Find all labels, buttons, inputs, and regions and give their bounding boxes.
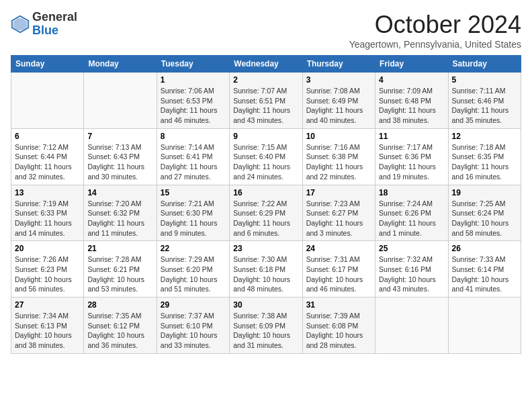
day-info: Sunrise: 7:22 AMSunset: 6:29 PMDaylight:… — [233, 199, 298, 238]
day-number: 15 — [161, 188, 226, 197]
day-number: 23 — [233, 244, 298, 253]
day-number: 6 — [15, 132, 80, 141]
day-info: Sunrise: 7:15 AMSunset: 6:40 PMDaylight:… — [233, 142, 298, 182]
day-info: Sunrise: 7:19 AMSunset: 6:33 PMDaylight:… — [15, 199, 80, 238]
page-header: General Blue October 2024 Yeagertown, Pe… — [11, 11, 521, 50]
calendar-cell: 31Sunrise: 7:39 AMSunset: 6:08 PMDayligh… — [302, 298, 375, 354]
calendar-cell: 29Sunrise: 7:37 AMSunset: 6:10 PMDayligh… — [157, 298, 229, 354]
logo-icon — [11, 15, 30, 34]
calendar-cell: 27Sunrise: 7:34 AMSunset: 6:13 PMDayligh… — [11, 298, 84, 354]
day-number: 11 — [379, 132, 444, 141]
day-info: Sunrise: 7:20 AMSunset: 6:32 PMDaylight:… — [87, 199, 152, 238]
calendar-cell: 2Sunrise: 7:07 AMSunset: 6:51 PMDaylight… — [230, 73, 302, 129]
day-info: Sunrise: 7:29 AMSunset: 6:20 PMDaylight:… — [161, 255, 226, 294]
day-info: Sunrise: 7:18 AMSunset: 6:35 PMDaylight:… — [452, 142, 517, 182]
calendar-cell: 1Sunrise: 7:06 AMSunset: 6:53 PMDaylight… — [157, 73, 229, 129]
day-number: 4 — [379, 75, 444, 85]
calendar-week-row: 27Sunrise: 7:34 AMSunset: 6:13 PMDayligh… — [11, 298, 521, 354]
day-number: 19 — [452, 188, 517, 197]
calendar-cell: 10Sunrise: 7:16 AMSunset: 6:38 PMDayligh… — [302, 128, 375, 185]
day-info: Sunrise: 7:30 AMSunset: 6:18 PMDaylight:… — [233, 255, 298, 294]
day-info: Sunrise: 7:28 AMSunset: 6:21 PMDaylight:… — [87, 255, 152, 294]
weekday-header-cell: Saturday — [448, 56, 521, 73]
calendar-cell: 21Sunrise: 7:28 AMSunset: 6:21 PMDayligh… — [84, 241, 157, 298]
calendar-cell: 16Sunrise: 7:22 AMSunset: 6:29 PMDayligh… — [230, 185, 302, 241]
day-number: 8 — [161, 132, 226, 141]
day-number: 9 — [233, 132, 298, 141]
day-number: 22 — [161, 244, 226, 253]
calendar-subtitle: Yeagertown, Pennsylvania, United States — [349, 39, 521, 50]
day-info: Sunrise: 7:08 AMSunset: 6:49 PMDaylight:… — [306, 86, 371, 126]
calendar-cell: 4Sunrise: 7:09 AMSunset: 6:48 PMDaylight… — [375, 73, 448, 129]
weekday-header-cell: Sunday — [11, 56, 84, 73]
day-info: Sunrise: 7:06 AMSunset: 6:53 PMDaylight:… — [161, 86, 226, 126]
day-number: 7 — [87, 132, 152, 141]
day-number: 16 — [233, 188, 298, 197]
day-info: Sunrise: 7:16 AMSunset: 6:38 PMDaylight:… — [306, 142, 371, 182]
day-info: Sunrise: 7:32 AMSunset: 6:16 PMDaylight:… — [379, 255, 444, 294]
day-number: 21 — [87, 244, 152, 253]
calendar-cell: 9Sunrise: 7:15 AMSunset: 6:40 PMDaylight… — [230, 128, 302, 185]
weekday-header-cell: Friday — [375, 56, 448, 73]
day-info: Sunrise: 7:12 AMSunset: 6:44 PMDaylight:… — [15, 142, 80, 182]
day-number: 27 — [15, 300, 80, 310]
weekday-header-cell: Tuesday — [157, 56, 229, 73]
calendar-cell: 7Sunrise: 7:13 AMSunset: 6:43 PMDaylight… — [84, 128, 157, 185]
day-number: 18 — [379, 188, 444, 197]
day-number: 20 — [15, 244, 80, 253]
weekday-header-cell: Monday — [84, 56, 157, 73]
calendar-cell: 30Sunrise: 7:38 AMSunset: 6:09 PMDayligh… — [230, 298, 302, 354]
calendar-cell: 13Sunrise: 7:19 AMSunset: 6:33 PMDayligh… — [11, 185, 84, 241]
day-info: Sunrise: 7:33 AMSunset: 6:14 PMDaylight:… — [452, 255, 517, 294]
day-info: Sunrise: 7:39 AMSunset: 6:08 PMDaylight:… — [306, 311, 371, 351]
day-number: 25 — [379, 244, 444, 253]
calendar-week-row: 20Sunrise: 7:26 AMSunset: 6:23 PMDayligh… — [11, 241, 521, 298]
calendar-cell — [84, 73, 157, 129]
day-info: Sunrise: 7:25 AMSunset: 6:24 PMDaylight:… — [452, 199, 517, 238]
weekday-header-cell: Wednesday — [230, 56, 302, 73]
day-number: 24 — [306, 244, 371, 253]
day-info: Sunrise: 7:24 AMSunset: 6:26 PMDaylight:… — [379, 199, 444, 238]
day-number: 31 — [306, 300, 371, 310]
day-info: Sunrise: 7:34 AMSunset: 6:13 PMDaylight:… — [15, 311, 80, 351]
calendar-title: October 2024 — [349, 11, 521, 39]
calendar-cell — [375, 298, 448, 354]
day-number: 5 — [452, 75, 517, 85]
day-number: 28 — [87, 300, 152, 310]
day-number: 12 — [452, 132, 517, 141]
calendar-cell: 23Sunrise: 7:30 AMSunset: 6:18 PMDayligh… — [230, 241, 302, 298]
day-info: Sunrise: 7:17 AMSunset: 6:36 PMDaylight:… — [379, 142, 444, 182]
day-number: 10 — [306, 132, 371, 141]
calendar-body: 1Sunrise: 7:06 AMSunset: 6:53 PMDaylight… — [11, 73, 521, 354]
day-number: 30 — [233, 300, 298, 310]
calendar-cell: 5Sunrise: 7:11 AMSunset: 6:46 PMDaylight… — [448, 73, 521, 129]
calendar-cell — [11, 73, 84, 129]
day-info: Sunrise: 7:13 AMSunset: 6:43 PMDaylight:… — [87, 142, 152, 182]
weekday-header-cell: Thursday — [302, 56, 375, 73]
calendar-week-row: 1Sunrise: 7:06 AMSunset: 6:53 PMDaylight… — [11, 73, 521, 129]
svg-marker-2 — [13, 18, 28, 30]
logo-text: General Blue — [32, 11, 77, 38]
calendar-cell: 11Sunrise: 7:17 AMSunset: 6:36 PMDayligh… — [375, 128, 448, 185]
calendar-cell: 22Sunrise: 7:29 AMSunset: 6:20 PMDayligh… — [157, 241, 229, 298]
calendar-cell: 12Sunrise: 7:18 AMSunset: 6:35 PMDayligh… — [448, 128, 521, 185]
calendar-cell — [448, 298, 521, 354]
day-number: 17 — [306, 188, 371, 197]
day-info: Sunrise: 7:11 AMSunset: 6:46 PMDaylight:… — [452, 86, 517, 126]
day-info: Sunrise: 7:23 AMSunset: 6:27 PMDaylight:… — [306, 199, 371, 238]
day-info: Sunrise: 7:37 AMSunset: 6:10 PMDaylight:… — [161, 311, 226, 351]
calendar-cell: 18Sunrise: 7:24 AMSunset: 6:26 PMDayligh… — [375, 185, 448, 241]
day-info: Sunrise: 7:07 AMSunset: 6:51 PMDaylight:… — [233, 86, 298, 126]
title-block: October 2024 Yeagertown, Pennsylvania, U… — [349, 11, 521, 50]
calendar-cell: 28Sunrise: 7:35 AMSunset: 6:12 PMDayligh… — [84, 298, 157, 354]
day-info: Sunrise: 7:35 AMSunset: 6:12 PMDaylight:… — [87, 311, 152, 351]
calendar-cell: 20Sunrise: 7:26 AMSunset: 6:23 PMDayligh… — [11, 241, 84, 298]
calendar-cell: 25Sunrise: 7:32 AMSunset: 6:16 PMDayligh… — [375, 241, 448, 298]
calendar-table: SundayMondayTuesdayWednesdayThursdayFrid… — [11, 55, 521, 354]
logo: General Blue — [11, 11, 77, 38]
day-number: 13 — [15, 188, 80, 197]
day-info: Sunrise: 7:14 AMSunset: 6:41 PMDaylight:… — [161, 142, 226, 182]
calendar-cell: 24Sunrise: 7:31 AMSunset: 6:17 PMDayligh… — [302, 241, 375, 298]
calendar-cell: 6Sunrise: 7:12 AMSunset: 6:44 PMDaylight… — [11, 128, 84, 185]
calendar-cell: 17Sunrise: 7:23 AMSunset: 6:27 PMDayligh… — [302, 185, 375, 241]
